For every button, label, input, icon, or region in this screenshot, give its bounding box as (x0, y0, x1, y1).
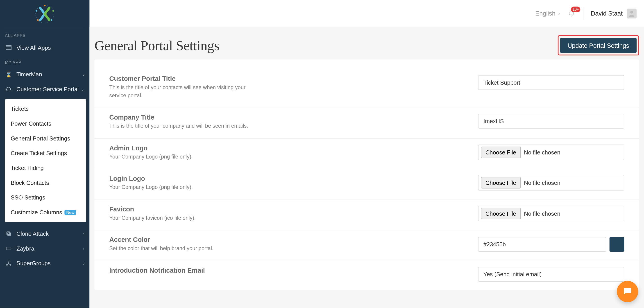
admin-logo-file-input[interactable]: Choose File No file chosen (478, 144, 624, 160)
sub-label: General Portal Settings (10, 135, 70, 142)
row-admin-logo: Admin Logo Your Company Logo (png file o… (94, 139, 639, 169)
notifications-button[interactable]: 10+ (566, 9, 577, 18)
network-icon (5, 260, 12, 266)
section-all-apps: ALL APPS (0, 28, 90, 40)
svg-rect-9 (10, 90, 11, 91)
nav-label: Customer Service Portal (16, 86, 79, 92)
hourglass-icon: ⌛ (5, 71, 12, 77)
intro-email-select[interactable] (478, 267, 624, 282)
nav-label: Clone Attack (16, 230, 49, 237)
svg-rect-11 (7, 232, 10, 234)
row-customer-portal-title: Customer Portal Title This is the title … (94, 69, 639, 108)
headset-icon (5, 86, 12, 92)
sub-customize-columns[interactable]: Customize Columns New (5, 205, 86, 220)
chevron-down-icon: ⌄ (81, 86, 84, 92)
file-status: No file chosen (524, 210, 560, 216)
field-help: Your Company favicon (ico file only). (109, 214, 257, 222)
chat-fab[interactable] (617, 281, 638, 302)
field-help: Your Company Logo (png file only). (109, 153, 257, 161)
row-company-title: Company Title This is the title of your … (94, 108, 639, 139)
sub-sso-settings[interactable]: SSO Settings (5, 190, 86, 205)
row-accent-color: Accent Color Set the color that will hel… (94, 230, 639, 261)
field-label: Favicon (109, 206, 468, 213)
nav-label: SuperGroups (16, 260, 51, 266)
field-label: Customer Portal Title (109, 75, 468, 83)
logo-icon (33, 4, 56, 25)
sub-label: SSO Settings (10, 194, 45, 201)
sub-label: Create Ticket Settings (10, 150, 67, 156)
svg-point-17 (630, 10, 633, 13)
svg-point-4 (37, 19, 39, 21)
language-selector[interactable]: English › (535, 10, 560, 17)
accent-color-input[interactable] (478, 237, 606, 252)
svg-point-16 (10, 264, 11, 265)
submenu-customer-service: Tickets Power Contacts General Portal Se… (5, 99, 86, 222)
nav-timerman[interactable]: ⌛ TimerMan › (0, 67, 90, 82)
file-status: No file chosen (524, 149, 560, 155)
choose-file-button[interactable]: Choose File (481, 208, 520, 219)
nav-label: View All Apps (16, 44, 51, 51)
sub-power-contacts[interactable]: Power Contacts (5, 116, 86, 131)
content-area: General Portal Settings Update Portal Se… (90, 27, 644, 308)
sub-ticket-hiding[interactable]: Ticket Hiding (5, 160, 86, 176)
language-label: English (535, 10, 556, 17)
nav-label: Zaybra (16, 245, 34, 252)
copy-icon (5, 231, 12, 237)
svg-point-3 (51, 19, 52, 21)
field-label: Company Title (109, 114, 468, 121)
choose-file-button[interactable]: Choose File (481, 177, 520, 188)
svg-point-1 (44, 5, 46, 6)
card-icon (5, 246, 12, 252)
svg-rect-6 (6, 46, 12, 50)
login-logo-file-input[interactable]: Choose File No file chosen (478, 175, 624, 190)
update-portal-button[interactable]: Update Portal Settings (560, 38, 636, 53)
sub-label: Block Contacts (10, 180, 49, 186)
svg-rect-12 (6, 247, 11, 250)
customer-portal-title-input[interactable] (478, 75, 624, 90)
field-label: Accent Color (109, 236, 468, 244)
row-login-logo: Login Logo Your Company Logo (png file o… (94, 169, 639, 200)
sub-label: Power Contacts (10, 120, 51, 127)
avatar-icon (627, 8, 636, 18)
notifications-badge: 10+ (571, 6, 580, 12)
page-title: General Portal Settings (94, 38, 219, 53)
field-label: Introduction Notification Email (109, 267, 468, 274)
sub-label: Tickets (10, 106, 28, 112)
chat-icon (622, 286, 633, 297)
chevron-right-icon: › (83, 261, 85, 266)
page-header: General Portal Settings Update Portal Se… (94, 35, 639, 56)
user-name: David Staat (591, 10, 622, 17)
button-highlight: Update Portal Settings (558, 35, 639, 56)
nav-clone-attack[interactable]: Clone Attack › (0, 226, 90, 241)
sub-block-contacts[interactable]: Block Contacts (5, 176, 86, 190)
topbar: English › 10+ David Staat (90, 0, 644, 27)
favicon-file-input[interactable]: Choose File No file chosen (478, 206, 624, 221)
nav-view-all-apps[interactable]: View All Apps (0, 40, 90, 55)
file-status: No file chosen (524, 180, 560, 186)
svg-rect-10 (8, 233, 10, 236)
grid-icon (5, 45, 12, 51)
user-menu[interactable]: David Staat (591, 8, 636, 18)
svg-rect-8 (6, 90, 7, 91)
nav-label: TimerMan (16, 71, 42, 78)
field-help: Your Company Logo (png file only). (109, 183, 257, 191)
field-help: Set the color that will help brand your … (109, 244, 257, 252)
chevron-right-icon: › (83, 231, 85, 236)
chevron-right-icon: › (558, 10, 560, 17)
nav-zaybra[interactable]: Zaybra › (0, 241, 90, 256)
nav-supergroups[interactable]: SuperGroups › (0, 256, 90, 271)
app-logo (0, 0, 90, 28)
field-label: Login Logo (109, 175, 468, 182)
svg-point-15 (6, 264, 8, 265)
choose-file-button[interactable]: Choose File (481, 146, 520, 158)
sub-general-portal-settings[interactable]: General Portal Settings (5, 131, 86, 146)
sub-label: Ticket Hiding (10, 164, 44, 171)
company-title-input[interactable] (478, 114, 624, 128)
sub-tickets[interactable]: Tickets (5, 102, 86, 116)
divider (584, 7, 584, 20)
color-swatch[interactable] (610, 237, 624, 252)
sub-create-ticket-settings[interactable]: Create Ticket Settings (5, 146, 86, 160)
svg-point-5 (36, 10, 37, 12)
nav-customer-service-portal[interactable]: Customer Service Portal ⌄ (0, 82, 90, 96)
row-intro-email: Introduction Notification Email (94, 261, 639, 290)
